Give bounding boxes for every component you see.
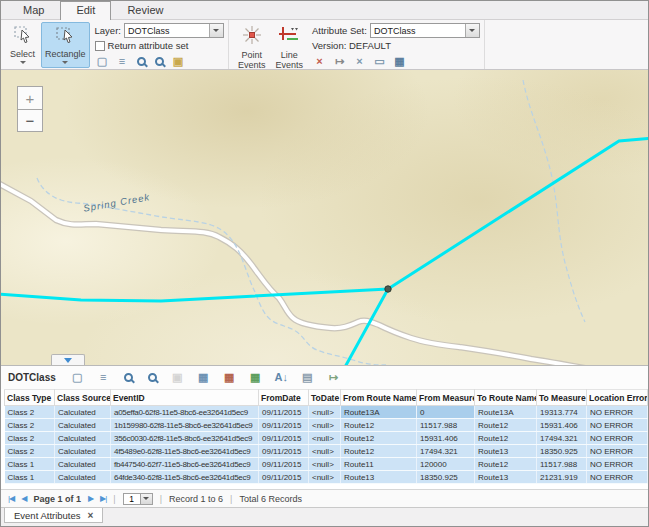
table-row[interactable]: Class 2Calculated356c0030-62f8-11e5-8bc6… [5,432,648,445]
layer-dropdown-button[interactable] [209,24,223,37]
table-cell[interactable]: <null> [309,471,341,484]
merge-events-icon[interactable]: × [352,54,367,69]
floating-attribute-window-icon[interactable]: ▭ [372,54,387,69]
table-cell[interactable]: 11517.988 [417,419,475,432]
measure-range-icon[interactable]: ↦ [326,370,341,385]
zoom-in-button[interactable]: + [17,86,43,109]
table-cell[interactable]: 09/11/2015 [259,471,309,484]
table-cell[interactable]: <null> [309,445,341,458]
table-row[interactable]: Class 1Calculatedfb447540-62f7-11e5-8bc6… [5,458,648,471]
table-row[interactable]: Class 2Calculateda05effa0-62f8-11e5-8bc6… [5,406,648,419]
column-header[interactable]: From Route Name [341,390,417,406]
table-cell[interactable]: Route13 [341,471,417,484]
point-events-button[interactable]: Point Events [234,22,270,72]
table-cell[interactable]: Calculated [55,458,111,471]
pan-to-selected-icon[interactable] [148,373,157,382]
table-row[interactable]: Class 2Calculated1b159980-62f8-11e5-8bc6… [5,419,648,432]
split-event-icon[interactable]: ↦ [332,54,347,69]
select-dropdown-caret[interactable] [20,61,26,64]
return-attribute-set-checkbox[interactable] [95,41,105,51]
table-cell[interactable]: NO ERROR [587,445,648,458]
clear-table-selection-icon[interactable]: ▦ [222,370,237,385]
column-header[interactable]: Location Error [587,390,648,406]
table-cell[interactable]: NO ERROR [587,458,648,471]
table-cell[interactable]: 356c0030-62f8-11e5-8bc6-ee32641d5ec9 [111,432,259,445]
table-cell[interactable]: 18350.925 [537,445,587,458]
column-header[interactable]: Class Type [5,390,55,406]
table-row[interactable]: Class 1Calculated64fde340-62f8-11e5-8bc6… [5,471,648,484]
table-cell[interactable]: Route12 [475,458,537,471]
show-selected-records-icon[interactable]: ≡ [96,370,111,385]
table-cell[interactable]: Calculated [55,419,111,432]
table-cell[interactable]: 15931.406 [417,432,475,445]
select-tool-button[interactable]: Select [6,22,39,68]
table-cell[interactable]: 11517.988 [537,458,587,471]
table-cell[interactable]: Calculated [55,471,111,484]
zoom-out-button[interactable]: − [17,109,43,132]
table-cell[interactable]: 120000 [417,458,475,471]
layer-dropdown[interactable]: DOTClass [124,23,224,38]
table-cell[interactable]: a05effa0-62f8-11e5-8bc6-ee32641d5ec9 [111,406,259,419]
clear-selection-icon[interactable]: ▣ [171,54,186,69]
table-cell[interactable]: NO ERROR [587,406,648,419]
table-cell[interactable]: Class 2 [5,445,55,458]
zoom-to-selection-icon[interactable] [137,57,146,66]
page-number-dropdown-button[interactable] [141,493,153,505]
add-records-icon[interactable]: ▦ [248,370,263,385]
rectangle-tool-button[interactable]: Rectangle [41,22,90,68]
table-cell[interactable]: Route13 [475,471,537,484]
line-events-button[interactable]: Line Events [271,22,307,72]
rectangle-dropdown-caret[interactable] [62,61,68,64]
table-cell[interactable]: Route12 [475,419,537,432]
tab-event-attributes[interactable]: Event Attributes × [4,508,103,523]
table-cell[interactable]: fb447540-62f7-11e5-8bc6-ee32641d5ec9 [111,458,259,471]
table-cell[interactable]: <null> [309,458,341,471]
table-cell[interactable]: Route13A [475,406,537,419]
next-page-button[interactable]: ▶ [88,494,93,503]
tab-edit[interactable]: Edit [60,1,111,20]
tab-review[interactable]: Review [111,1,179,19]
table-cell[interactable]: 17494.321 [417,445,475,458]
table-cell[interactable]: Calculated [55,445,111,458]
table-cell[interactable]: 19313.774 [537,406,587,419]
column-header[interactable]: ToDate [309,390,341,406]
table-cell[interactable]: 1b159980-62f8-11e5-8bc6-ee32641d5ec9 [111,419,259,432]
table-cell[interactable]: Route12 [341,445,417,458]
column-header[interactable]: To Measure [537,390,587,406]
selection-list-icon[interactable]: ≡ [115,54,130,69]
table-cell[interactable]: 09/11/2015 [259,445,309,458]
table-cell[interactable]: Calculated [55,432,111,445]
previous-page-button[interactable]: ◀ [21,494,26,503]
column-header[interactable]: EventID [111,390,259,406]
table-cell[interactable]: 09/11/2015 [259,432,309,445]
table-cell[interactable]: 09/11/2015 [259,419,309,432]
table-cell[interactable]: 18350.925 [417,471,475,484]
table-cell[interactable]: Route12 [475,432,537,445]
table-cell[interactable]: Class 1 [5,458,55,471]
map-canvas[interactable]: Spring Creek + − [1,70,648,365]
last-page-button[interactable]: ▶| [100,494,106,503]
select-by-shape-icon[interactable]: ▢ [95,54,110,69]
column-header[interactable]: From Measure [417,390,475,406]
table-cell[interactable]: NO ERROR [587,432,648,445]
table-cell[interactable]: <null> [309,419,341,432]
table-cell[interactable]: 64fde340-62f8-11e5-8bc6-ee32641d5ec9 [111,471,259,484]
table-cell[interactable]: 09/11/2015 [259,406,309,419]
first-page-button[interactable]: |◀ [8,494,14,503]
table-row[interactable]: Class 2Calculated4f5489e0-62f8-11e5-8bc6… [5,445,648,458]
table-cell[interactable]: 21231.919 [537,471,587,484]
table-cell[interactable]: 4f5489e0-62f8-11e5-8bc6-ee32641d5ec9 [111,445,259,458]
attribute-set-dropdown[interactable]: DOTClass [370,23,480,38]
column-header[interactable]: Class Source [55,390,111,406]
table-cell[interactable]: Class 2 [5,432,55,445]
save-edits-icon[interactable]: ▣ [170,370,185,385]
select-all-records-icon[interactable]: ▦ [196,370,211,385]
table-cell[interactable]: <null> [309,406,341,419]
page-number-input[interactable] [123,493,141,505]
route-junction-marker[interactable] [385,286,391,292]
table-cell[interactable]: 0 [417,406,475,419]
column-header[interactable]: To Route Name [475,390,537,406]
sort-records-icon[interactable]: A↓ [274,370,289,385]
panel-collapse-tab[interactable] [51,354,85,365]
select-records-icon[interactable]: ▢ [70,370,85,385]
